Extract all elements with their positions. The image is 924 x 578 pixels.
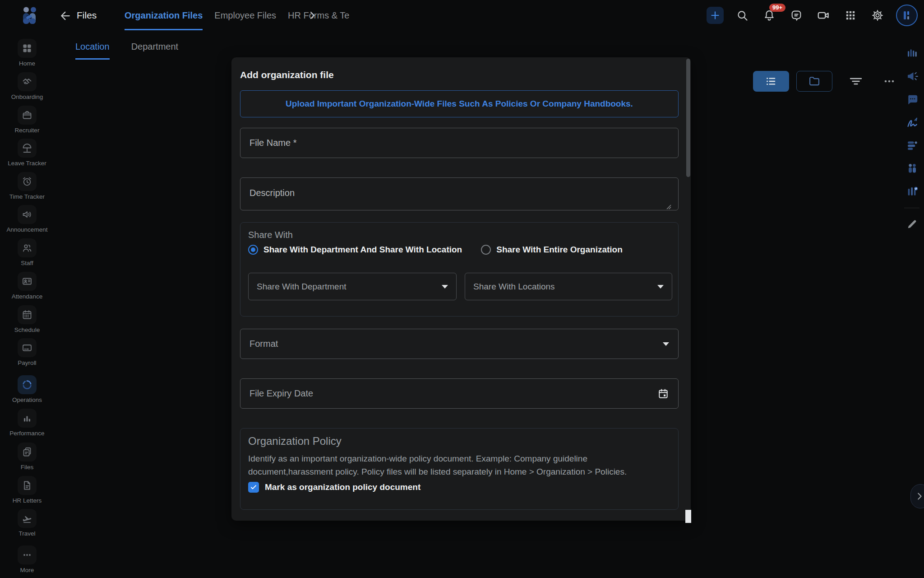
sidebar-item-more[interactable]: More (0, 545, 54, 573)
apps-button[interactable] (842, 7, 859, 24)
briefcase-icon (18, 106, 37, 125)
subtab-location[interactable]: Location (75, 42, 110, 60)
umbrella-icon (18, 139, 37, 158)
notifications-button[interactable]: 99+ (761, 7, 778, 24)
rail-edit-button[interactable] (903, 215, 921, 233)
upload-file-button[interactable]: Upload Important Organization-Wide Files… (240, 90, 679, 117)
filter-icon (848, 75, 864, 88)
sidebar-item-hr-letters[interactable]: HR Letters (0, 476, 54, 504)
radio-unselected-icon (481, 245, 491, 255)
plane-icon (18, 509, 37, 528)
sidebar-item-announcement[interactable]: Announcement (0, 205, 54, 233)
caret-down-icon (657, 285, 664, 289)
add-organization-file-panel: Add organization file Upload Important O… (231, 57, 691, 521)
notification-badge: 99+ (769, 4, 785, 12)
sidebar-item-operations[interactable]: Operations (0, 375, 54, 403)
speaker-icon (18, 205, 37, 224)
top-actions: 99+ (707, 0, 918, 31)
tab-employee-files[interactable]: Employee Files (214, 1, 276, 30)
meeting-button[interactable] (815, 7, 832, 24)
bars-check-icon (906, 185, 919, 198)
gear-icon (871, 9, 884, 22)
list-view-button[interactable] (753, 71, 789, 92)
list-view-icon (765, 75, 777, 88)
sidebar-item-leave-tracker[interactable]: Leave Tracker (0, 139, 54, 167)
video-camera-icon (817, 9, 830, 22)
sidebar-item-files[interactable]: Files (0, 443, 54, 471)
analytics-bars-icon (906, 47, 919, 60)
sidebar-item-travel[interactable]: Travel (0, 509, 54, 537)
file-expiry-date-field[interactable]: File Expiry Date (240, 378, 679, 409)
apps-grid-icon (845, 9, 856, 21)
task-list-icon (906, 139, 919, 152)
sidebar-item-schedule[interactable]: Schedule (0, 305, 54, 333)
rail-divider (904, 208, 919, 208)
letter-doc-icon (18, 476, 37, 495)
description-input[interactable] (240, 177, 679, 210)
rail-people-app[interactable] (903, 159, 921, 177)
rail-analytics-app[interactable] (903, 44, 921, 62)
sidebar-item-recruiter[interactable]: Recruiter (0, 106, 54, 134)
documents-icon (18, 443, 37, 461)
panel-scrollbar-thumb[interactable] (686, 59, 690, 177)
app-logo[interactable] (18, 5, 40, 26)
chat-bot-icon (906, 93, 919, 106)
chat-button[interactable] (788, 7, 805, 24)
rail-reports-app[interactable] (903, 182, 921, 200)
bar-chart-icon (18, 409, 37, 428)
view-controls (753, 71, 899, 92)
calendar-icon (18, 305, 37, 324)
rail-announcement-app[interactable] (903, 67, 921, 85)
sidebar-item-home[interactable]: Home (0, 39, 54, 67)
sidebar-item-payroll[interactable]: Payroll (0, 338, 54, 366)
sidebar-item-onboarding[interactable]: Onboarding (0, 72, 54, 100)
back-button[interactable] (59, 9, 72, 23)
chat-icon (790, 9, 803, 22)
tabs-scroll-right-button[interactable] (307, 10, 318, 21)
subtab-department[interactable]: Department (131, 42, 179, 60)
share-with-department-select[interactable]: Share With Department (248, 273, 457, 300)
add-button[interactable] (707, 7, 724, 24)
caret-down-icon (442, 285, 448, 289)
people-icon (18, 238, 37, 257)
pencil-icon (906, 218, 919, 230)
profile-avatar[interactable] (896, 5, 918, 26)
sidebar-item-performance[interactable]: Performance (0, 409, 54, 437)
filter-button[interactable] (846, 71, 866, 91)
tab-hr-forms[interactable]: HR Forms & Te (288, 1, 349, 30)
organization-policy-group: Organization Policy Identify as an impor… (240, 428, 679, 510)
payment-card-icon (18, 338, 37, 357)
expand-panel-button[interactable] (910, 484, 924, 508)
format-select[interactable]: Format (240, 329, 679, 359)
radio-selected-icon (248, 245, 258, 255)
rail-chat-app[interactable] (903, 90, 921, 108)
chevron-right-icon (307, 10, 318, 21)
sub-tab-bar: Location Department (75, 42, 178, 60)
page-scrollbar-thumb[interactable] (685, 510, 691, 523)
rail-sign-app[interactable] (903, 113, 921, 131)
settings-button[interactable] (869, 7, 886, 24)
sidebar-item-attendance[interactable]: Attendance (0, 272, 54, 300)
more-dots-icon (18, 545, 37, 564)
more-options-button[interactable] (879, 71, 899, 91)
search-icon (736, 9, 748, 22)
tab-organization-files[interactable]: Organization Files (125, 1, 203, 30)
caret-down-icon (663, 342, 669, 346)
file-name-input[interactable] (240, 128, 679, 158)
rail-tasks-app[interactable] (903, 136, 921, 154)
mark-policy-checkbox-row[interactable]: Mark as organization policy document (248, 482, 420, 493)
id-card-icon (18, 272, 37, 291)
people-logo-icon (18, 5, 40, 26)
radio-share-department-location[interactable]: Share With Department And Share With Loc… (248, 245, 462, 255)
sidebar-item-time-tracker[interactable]: Time Tracker (0, 172, 54, 200)
checkbox-checked-icon[interactable] (248, 482, 259, 493)
sidebar-item-staff[interactable]: Staff (0, 238, 54, 266)
search-button[interactable] (734, 7, 751, 24)
people-duo-icon (906, 162, 919, 175)
radio-share-entire-organization[interactable]: Share With Entire Organization (481, 245, 623, 255)
panel-title: Add organization file (240, 70, 334, 80)
share-with-locations-select[interactable]: Share With Locations (465, 273, 672, 300)
folder-view-button[interactable] (796, 71, 832, 92)
share-with-label: Share With (248, 230, 293, 240)
back-arrow-icon (59, 9, 72, 23)
